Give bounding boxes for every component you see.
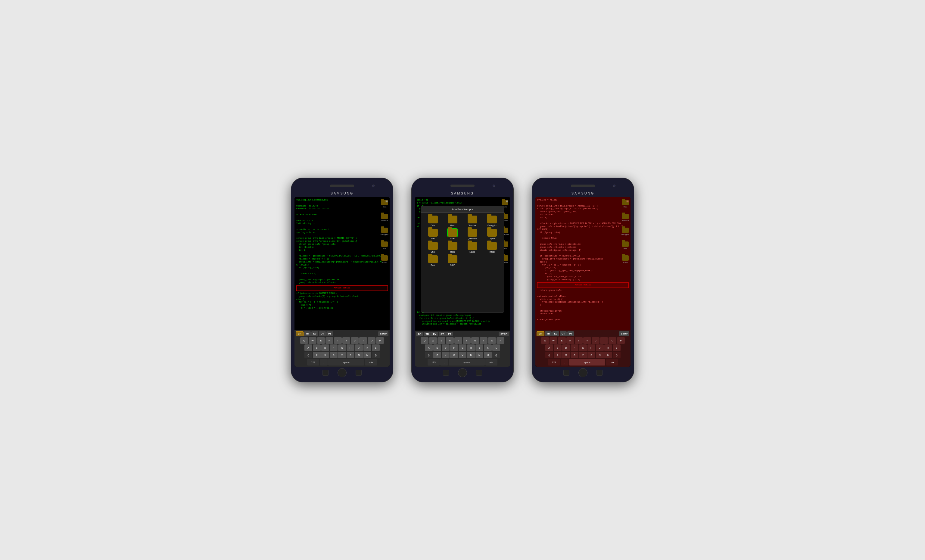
back-btn-middle[interactable] [443, 370, 449, 376]
kb-pt-right[interactable]: PT [567, 331, 574, 336]
key-d-middle[interactable]: D [442, 345, 450, 351]
kb-tr-right[interactable]: TR [545, 331, 552, 336]
sidebar-decryptor-left[interactable]: Decryptor [381, 227, 389, 235]
key-o-left[interactable]: O [368, 337, 375, 344]
key-min-left[interactable]: min [365, 359, 377, 366]
key-x-left[interactable]: X [321, 352, 329, 358]
kb-tr-middle[interactable]: TR [424, 332, 431, 336]
key-d-right[interactable]: D [562, 345, 570, 351]
key-k-right[interactable]: K [604, 345, 612, 351]
home-btn-right[interactable] [579, 368, 588, 377]
key-c-right[interactable]: C [571, 352, 579, 358]
key-h-right[interactable]: H [588, 345, 595, 351]
kb-stop-left[interactable]: STOP [378, 331, 389, 336]
kb-ev-right[interactable]: EV [552, 331, 559, 336]
key-t-middle[interactable]: T [454, 337, 462, 344]
kb-ot-left[interactable]: OT [319, 331, 326, 336]
key-j-left[interactable]: J [355, 345, 363, 351]
key-n-left[interactable]: N [355, 352, 363, 358]
key-f-middle[interactable]: F [450, 345, 458, 351]
key-w-middle[interactable]: W [429, 337, 437, 344]
fm-item-hash[interactable]: Hash [444, 215, 462, 226]
key-z-middle[interactable]: Z [433, 352, 441, 358]
key-s-left[interactable]: S [313, 345, 321, 351]
key-g-middle[interactable]: G [459, 345, 466, 351]
kb-br-left[interactable]: BR [296, 331, 303, 336]
key-z-right[interactable]: Z [554, 352, 562, 358]
key-braces-right[interactable]: {} [613, 352, 621, 358]
sidebar-decryptor-right[interactable]: Decryptor [622, 227, 629, 235]
key-a-middle[interactable]: A [425, 345, 433, 351]
key-u-right[interactable]: U [592, 337, 600, 344]
key-min-middle[interactable]: min [485, 359, 497, 366]
key-r-left[interactable]: R [325, 337, 333, 344]
key-l-right[interactable]: L [613, 345, 621, 351]
key-semi-left[interactable]: ; [320, 359, 328, 366]
key-t-right[interactable]: T [575, 337, 583, 344]
kb-ev-middle[interactable]: EV [431, 332, 438, 336]
sidebar-num-left[interactable]: Num [381, 241, 389, 249]
fm-item-deploy[interactable]: Deploy [484, 229, 501, 240]
key-n-right[interactable]: N [596, 352, 604, 358]
key-b-right[interactable]: B [588, 352, 595, 358]
key-z-left[interactable]: Z [313, 352, 321, 358]
key-u-middle[interactable]: U [471, 337, 479, 344]
key-e-right[interactable]: E [558, 337, 566, 344]
kb-stop-middle[interactable]: STOP [499, 332, 509, 336]
key-space-middle[interactable]: space [449, 359, 485, 366]
key-c-middle[interactable]: C [450, 352, 458, 358]
kb-ev-left[interactable]: EV [311, 331, 318, 336]
fm-item-root[interactable]: Root [424, 255, 442, 266]
key-r-middle[interactable]: R [446, 337, 454, 344]
fm-item-trace[interactable]: Trace [444, 242, 462, 253]
back-btn-left[interactable] [322, 370, 328, 376]
key-p-left[interactable]: P [376, 337, 384, 344]
key-m-middle[interactable]: M [484, 352, 492, 358]
key-v-middle[interactable]: V [459, 352, 466, 358]
back-btn-right[interactable] [563, 370, 569, 376]
key-b-middle[interactable]: B [467, 352, 475, 358]
key-w-left[interactable]: W [309, 337, 316, 344]
fm-item-terminal[interactable]: Terminal [464, 215, 481, 226]
key-y-right[interactable]: Y [583, 337, 591, 344]
key-h-middle[interactable]: H [467, 345, 475, 351]
fm-item-scan[interactable]: Scan [444, 229, 462, 240]
key-l-middle[interactable]: L [492, 345, 500, 351]
key-p-right[interactable]: P [617, 337, 625, 344]
recent-btn-left[interactable] [356, 370, 362, 376]
key-v-left[interactable]: V [338, 352, 346, 358]
key-s-middle[interactable]: S [433, 345, 441, 351]
key-parens-right[interactable]: () [545, 352, 553, 358]
key-g-right[interactable]: G [579, 345, 587, 351]
key-min-right[interactable]: min [606, 359, 618, 366]
recent-btn-middle[interactable] [476, 370, 482, 376]
key-p-middle[interactable]: P [497, 337, 504, 344]
menu-icon-right[interactable]: ≡ [626, 199, 629, 203]
fm-item-data[interactable]: Data [424, 215, 442, 226]
key-x-middle[interactable]: X [442, 352, 450, 358]
menu-icon-left[interactable]: ≡ [386, 199, 388, 203]
key-o-right[interactable]: O [609, 337, 616, 344]
fm-item-infect[interactable]: Infect [484, 242, 501, 253]
key-a-left[interactable]: A [304, 345, 312, 351]
key-r-right[interactable]: R [566, 337, 574, 344]
key-space-left[interactable]: space [328, 359, 365, 366]
kb-ot-middle[interactable]: OT [439, 332, 446, 336]
key-f-right[interactable]: F [571, 345, 579, 351]
kb-br-middle[interactable]: BR [416, 332, 423, 336]
key-g-left[interactable]: G [338, 345, 346, 351]
sidebar-terminal-left[interactable]: Terminal [381, 214, 389, 221]
key-123-left[interactable]: 123 [307, 359, 319, 366]
key-o-middle[interactable]: O [488, 337, 496, 344]
kb-br-right[interactable]: BR [536, 331, 544, 336]
sidebar-terminal-right[interactable]: Terminal [622, 214, 629, 221]
home-btn-left[interactable] [337, 368, 346, 377]
key-q-middle[interactable]: Q [421, 337, 428, 344]
key-u-left[interactable]: U [351, 337, 359, 344]
key-e-left[interactable]: E [317, 337, 325, 344]
kb-pt-left[interactable]: PT [326, 331, 333, 336]
home-btn-middle[interactable] [458, 368, 467, 377]
key-k-middle[interactable]: K [484, 345, 492, 351]
key-k-left[interactable]: K [363, 345, 371, 351]
key-b-left[interactable]: B [346, 352, 354, 358]
